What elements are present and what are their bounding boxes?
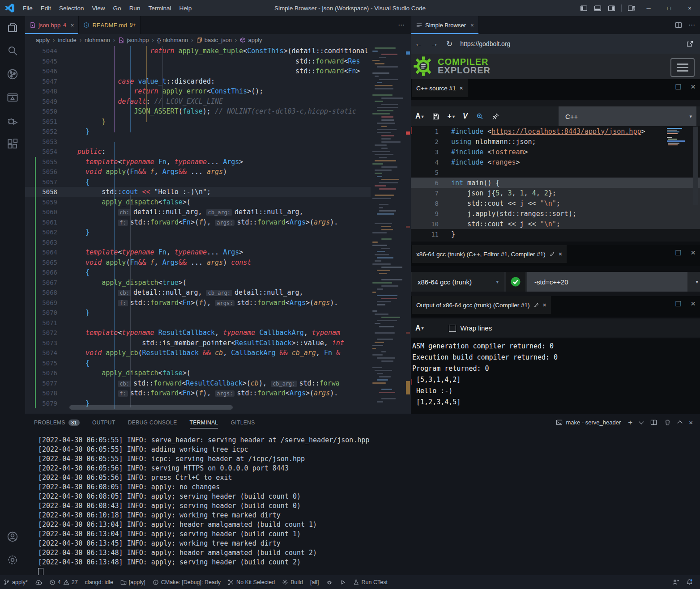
menu-view[interactable]: View bbox=[88, 5, 109, 12]
add-pane-button[interactable]: +▾ bbox=[448, 112, 455, 120]
explorer-icon[interactable] bbox=[0, 16, 25, 39]
search-icon[interactable] bbox=[0, 39, 25, 63]
panel-tab-debug-console[interactable]: DEBUG CONSOLE bbox=[128, 414, 177, 431]
rename-pane-icon[interactable] bbox=[534, 302, 539, 308]
maximize-button[interactable]: □ bbox=[659, 0, 679, 16]
forward-icon[interactable]: → bbox=[427, 39, 442, 48]
status-cmake-kit[interactable]: No Kit Selected bbox=[224, 575, 278, 589]
language-select[interactable]: C++ ▾ bbox=[559, 106, 696, 126]
breadcrumb-item-nlohmann[interactable]: {} nlohmann bbox=[157, 37, 188, 43]
run-debug-icon[interactable] bbox=[0, 109, 25, 132]
menu-terminal[interactable]: Terminal bbox=[144, 5, 175, 12]
close-window-button[interactable]: × bbox=[679, 0, 700, 16]
terminal-dropdown-icon[interactable] bbox=[639, 419, 644, 424]
toggle-secondary-sidebar-icon[interactable] bbox=[605, 4, 619, 12]
zoom-search-icon[interactable] bbox=[476, 112, 484, 120]
minimap[interactable] bbox=[371, 46, 405, 411]
status-git-branch[interactable]: apply* bbox=[0, 575, 31, 589]
browser-more-actions-icon[interactable]: ⋯ bbox=[688, 21, 695, 29]
menu-edit[interactable]: Edit bbox=[37, 5, 55, 12]
menu-go[interactable]: Go bbox=[109, 5, 125, 12]
status-cmake-folder[interactable]: [apply] bbox=[117, 575, 149, 589]
tab-simple-browser[interactable]: Simple Browser × bbox=[411, 16, 479, 34]
status-publish-changes[interactable] bbox=[31, 575, 46, 589]
close-tab-icon[interactable]: × bbox=[71, 22, 74, 29]
new-terminal-icon[interactable]: + bbox=[628, 418, 632, 427]
compiler-select[interactable]: x86-64 gcc (trunk) ▾ bbox=[412, 272, 504, 292]
breadcrumb-item-jsonhpp[interactable]: json.hpp bbox=[118, 37, 149, 43]
editor-more-actions-icon[interactable]: ⋯ bbox=[392, 21, 411, 29]
menu-file[interactable]: File bbox=[19, 5, 37, 12]
cmake-panel-icon[interactable] bbox=[0, 86, 25, 109]
pin-icon[interactable] bbox=[492, 113, 499, 120]
source-control-icon[interactable] bbox=[0, 63, 25, 86]
maximize-pane-icon[interactable]: □ bbox=[675, 299, 680, 309]
code-editor[interactable]: 5044return apply_make_tuple<ConstThis>(d… bbox=[25, 46, 371, 411]
status-clangd-status[interactable]: clangd: idle bbox=[81, 575, 117, 589]
breadcrumb-item-include[interactable]: include bbox=[58, 37, 76, 43]
customize-layout-icon[interactable] bbox=[624, 4, 638, 12]
panel-tab-terminal[interactable]: TERMINAL bbox=[190, 414, 218, 431]
accounts-icon[interactable] bbox=[0, 525, 25, 548]
font-size-button[interactable]: A▾ bbox=[415, 324, 424, 332]
split-terminal-icon[interactable] bbox=[650, 419, 657, 426]
panel-tab-output[interactable]: OUTPUT bbox=[92, 414, 115, 431]
back-icon[interactable]: ← bbox=[411, 39, 427, 48]
split-editor-icon[interactable] bbox=[675, 21, 682, 29]
rename-pane-icon[interactable] bbox=[549, 251, 555, 257]
output-pane-tab[interactable]: Output of x86-64 gcc (trunk) (Compiler #… bbox=[412, 296, 551, 314]
vim-toggle-button[interactable]: V bbox=[463, 112, 468, 120]
editor-tab-json.hpp[interactable]: json.hpp4× bbox=[25, 16, 79, 34]
godbolt-scrollbar[interactable] bbox=[693, 127, 698, 205]
close-pane-icon[interactable]: × bbox=[460, 85, 463, 92]
extensions-icon[interactable] bbox=[0, 132, 25, 156]
status-cmake-debug[interactable] bbox=[323, 575, 336, 589]
hamburger-menu-icon[interactable] bbox=[670, 58, 695, 77]
minimize-button[interactable]: ─ bbox=[638, 0, 659, 16]
menu-selection[interactable]: Selection bbox=[55, 5, 88, 12]
close-tab-icon[interactable]: × bbox=[470, 22, 474, 29]
close-pane-icon[interactable]: × bbox=[543, 301, 546, 309]
maximize-pane-icon[interactable]: □ bbox=[675, 248, 680, 258]
url-input[interactable]: https://godbolt.org bbox=[460, 40, 510, 47]
breadcrumb-item-apply[interactable]: apply bbox=[240, 37, 262, 43]
save-icon[interactable] bbox=[432, 113, 440, 120]
options-dropdown-icon[interactable]: ▾ bbox=[696, 272, 698, 292]
compiler-options-input[interactable]: -std=c++20 bbox=[527, 272, 687, 292]
menu-help[interactable]: Help bbox=[175, 5, 196, 12]
panel-tab-problems[interactable]: PROBLEMS31 bbox=[34, 414, 80, 431]
status-cmake-status[interactable]: CMake: [Debug]: Ready bbox=[149, 575, 224, 589]
close-pane-icon[interactable]: × bbox=[691, 82, 696, 92]
editor-tab-README.md[interactable]: README.md9+ bbox=[79, 16, 141, 34]
godbolt-source-editor[interactable]: 1#include <https://localhost:8443/apply/… bbox=[411, 126, 700, 242]
terminal-session[interactable]: make - serve_header bbox=[556, 419, 621, 426]
panel-tab-gitlens[interactable]: GITLENS bbox=[230, 414, 255, 431]
editor-horizontal-scrollbar[interactable] bbox=[69, 405, 233, 410]
status-problems[interactable]: 427 bbox=[46, 575, 81, 589]
compiler-pane-tab[interactable]: x86-64 gcc (trunk) (C++, Editor #1, Comp… bbox=[412, 245, 567, 263]
close-pane-icon[interactable]: × bbox=[559, 250, 562, 258]
maximize-pane-icon[interactable]: □ bbox=[675, 82, 680, 92]
maximize-panel-icon[interactable] bbox=[678, 420, 683, 425]
breadcrumb[interactable]: apply›include›nlohmann›json.hpp›{} nlohm… bbox=[25, 34, 411, 46]
breadcrumb-item-apply[interactable]: apply bbox=[36, 37, 50, 43]
wrap-lines-checkbox[interactable] bbox=[449, 325, 456, 332]
status-cmake-launch[interactable] bbox=[336, 575, 350, 589]
open-external-icon[interactable] bbox=[686, 40, 694, 48]
font-size-button[interactable]: A▾ bbox=[415, 112, 424, 120]
kill-terminal-icon[interactable] bbox=[664, 419, 671, 426]
settings-gear-icon[interactable] bbox=[0, 548, 25, 572]
status-cmake-target[interactable]: [all] bbox=[307, 575, 322, 589]
close-panel-icon[interactable]: × bbox=[689, 419, 693, 426]
menu-run[interactable]: Run bbox=[125, 5, 145, 12]
toggle-sidebar-icon[interactable] bbox=[577, 4, 591, 12]
status-feedback[interactable] bbox=[669, 575, 683, 589]
status-run-ctest[interactable]: Run CTest bbox=[350, 575, 391, 589]
status-notifications[interactable] bbox=[683, 575, 696, 589]
close-pane-icon[interactable]: × bbox=[691, 248, 696, 258]
source-pane-tab[interactable]: C++ source #1 × bbox=[412, 79, 468, 97]
reload-icon[interactable]: ↻ bbox=[442, 39, 457, 49]
breadcrumb-item-nlohmann[interactable]: nlohmann bbox=[85, 37, 110, 43]
close-pane-icon[interactable]: × bbox=[691, 299, 696, 309]
status-cmake-build[interactable]: Build bbox=[278, 575, 307, 589]
